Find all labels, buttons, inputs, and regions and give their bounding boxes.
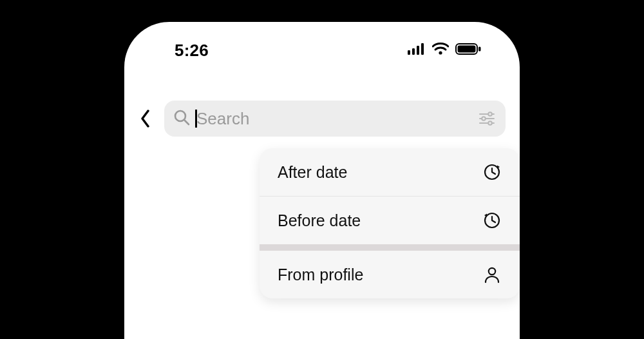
menu-item-label: After date: [278, 163, 347, 182]
svg-line-9: [185, 121, 189, 125]
menu-item-from-profile[interactable]: From profile: [260, 251, 520, 298]
chevron-left-icon: [140, 110, 151, 128]
wifi-icon: [432, 43, 449, 58]
svg-point-18: [489, 268, 495, 275]
svg-rect-1: [412, 48, 415, 55]
search-row: Search: [136, 101, 506, 137]
menu-section-separator: [260, 244, 520, 251]
filter-dropdown: After date Before date F: [260, 148, 520, 298]
back-button[interactable]: [136, 106, 155, 131]
status-bar: 5:26: [124, 37, 520, 63]
svg-rect-3: [421, 43, 424, 55]
menu-item-label: From profile: [278, 266, 363, 284]
menu-item-after-date[interactable]: After date: [260, 148, 520, 196]
status-time: 5:26: [175, 41, 209, 61]
clock-forward-icon: [482, 162, 502, 182]
clock-back-icon: [482, 211, 502, 230]
menu-item-label: Before date: [278, 211, 361, 230]
svg-point-15: [488, 121, 492, 125]
svg-rect-7: [478, 47, 481, 52]
svg-rect-0: [408, 50, 410, 55]
filter-button[interactable]: [477, 109, 497, 128]
svg-point-14: [482, 117, 486, 121]
cellular-icon: [408, 43, 426, 57]
search-input[interactable]: Search: [164, 101, 506, 137]
battery-icon: [455, 43, 481, 57]
search-placeholder: Search: [196, 109, 249, 129]
phone-frame: 5:26: [124, 22, 520, 339]
search-icon: [173, 109, 190, 128]
menu-item-before-date[interactable]: Before date: [260, 197, 520, 244]
svg-rect-2: [417, 46, 419, 55]
text-cursor: [195, 110, 197, 128]
svg-rect-6: [458, 46, 476, 53]
svg-point-13: [488, 112, 492, 116]
person-icon: [482, 265, 502, 284]
svg-point-4: [439, 51, 442, 54]
status-icons: [408, 43, 481, 58]
sliders-icon: [478, 111, 495, 126]
